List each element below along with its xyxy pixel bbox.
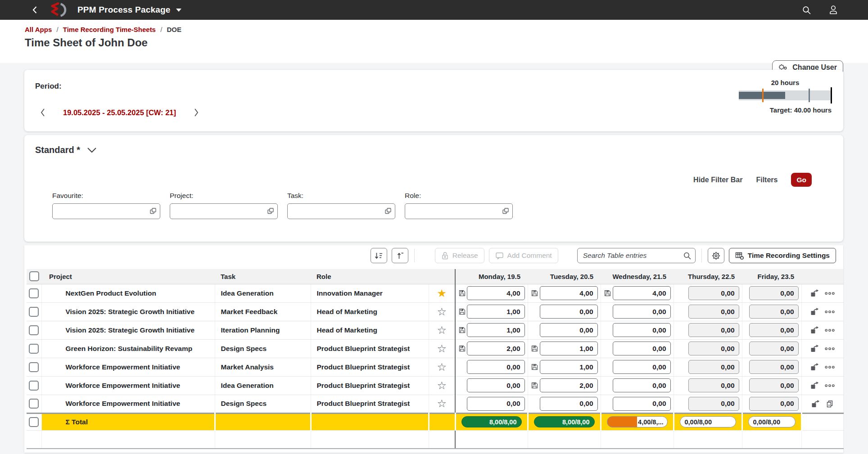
favourite-input[interactable] <box>52 203 160 219</box>
search-icon[interactable] <box>683 252 692 261</box>
save-icon[interactable] <box>531 363 538 371</box>
gear-icon[interactable] <box>708 248 724 263</box>
save-icon[interactable] <box>458 326 466 334</box>
app-title[interactable]: PPM Process Package <box>77 5 171 15</box>
task-input[interactable] <box>287 203 395 219</box>
hide-filter-bar-button[interactable]: Hide Filter Bar <box>693 176 742 184</box>
navigate-icon[interactable] <box>811 400 820 408</box>
navigate-icon[interactable] <box>810 289 819 297</box>
table-row: Vision 2025: Strategic Growth Initiative… <box>27 302 843 321</box>
hours-input[interactable] <box>467 323 525 337</box>
navigate-icon[interactable] <box>810 345 819 352</box>
hours-input[interactable] <box>467 360 525 374</box>
row-checkbox[interactable] <box>29 344 39 354</box>
favorite-star-outline-icon[interactable]: ☆ <box>437 324 447 337</box>
day-cell <box>601 395 674 413</box>
favorite-star-outline-icon[interactable]: ☆ <box>437 379 447 392</box>
hours-input[interactable] <box>540 286 598 300</box>
next-period-icon[interactable] <box>189 106 204 119</box>
hours-input[interactable] <box>540 342 598 355</box>
select-all-checkbox[interactable] <box>29 271 39 281</box>
sort-descending-icon[interactable] <box>371 248 387 263</box>
save-icon[interactable] <box>458 345 466 352</box>
navigate-icon[interactable] <box>810 382 819 389</box>
overflow-menu-icon[interactable] <box>825 365 835 369</box>
save-icon[interactable] <box>458 308 466 315</box>
hours-input[interactable] <box>613 360 671 374</box>
hours-input[interactable] <box>540 397 598 411</box>
time-recording-settings-button[interactable]: Time Recording Settings <box>729 248 836 263</box>
day-cell <box>674 339 742 358</box>
go-button[interactable]: Go <box>791 173 812 187</box>
hours-input[interactable] <box>467 342 525 355</box>
project-input[interactable] <box>170 203 278 219</box>
value-help-icon[interactable] <box>267 207 275 216</box>
variant-name: Standard * <box>35 145 80 155</box>
row-checkbox[interactable] <box>29 362 39 372</box>
favorite-star-outline-icon[interactable]: ☆ <box>437 397 447 410</box>
hours-input[interactable] <box>613 397 671 411</box>
overflow-menu-icon[interactable] <box>825 291 835 296</box>
row-checkbox[interactable] <box>29 417 39 427</box>
row-checkbox[interactable] <box>29 288 39 298</box>
copy-icon[interactable] <box>826 400 834 408</box>
save-icon[interactable] <box>458 289 466 297</box>
save-icon[interactable] <box>531 345 538 352</box>
overflow-menu-icon[interactable] <box>825 346 835 351</box>
hours-input[interactable] <box>467 286 525 300</box>
hours-input[interactable] <box>540 360 598 374</box>
hours-input[interactable] <box>613 323 671 337</box>
row-checkbox[interactable] <box>29 381 39 391</box>
favorite-star-filled-icon[interactable]: ★ <box>437 287 447 300</box>
role-input[interactable] <box>405 203 513 219</box>
row-checkbox[interactable] <box>29 307 39 317</box>
favorite-star-outline-icon[interactable]: ☆ <box>437 306 447 318</box>
user-icon[interactable] <box>827 3 840 17</box>
row-checkbox[interactable] <box>29 325 39 335</box>
back-icon[interactable] <box>29 3 41 17</box>
breadcrumb-section[interactable]: Time Recording Time-Sheets <box>63 26 156 33</box>
filters-button[interactable]: Filters <box>756 176 778 184</box>
period-range[interactable]: 19.05.2025 - 25.05.2025 [CW: 21] <box>63 108 176 117</box>
previous-period-icon[interactable] <box>35 106 50 119</box>
variant-selector[interactable]: Standard * <box>35 145 97 155</box>
save-icon[interactable] <box>604 289 611 297</box>
favorite-cell: ☆ <box>429 376 455 395</box>
value-help-icon[interactable] <box>149 207 157 216</box>
overflow-menu-icon[interactable] <box>825 383 835 388</box>
hours-input[interactable] <box>467 397 525 411</box>
period-navigation: 19.05.2025 - 25.05.2025 [CW: 21] <box>35 106 204 119</box>
value-help-icon[interactable] <box>384 207 392 216</box>
day-cell <box>528 339 601 358</box>
hours-input[interactable] <box>540 323 598 337</box>
save-icon[interactable] <box>531 382 538 389</box>
value-help-icon[interactable] <box>502 207 510 216</box>
day-total-pill: 0,00/8,00 <box>748 416 796 427</box>
overflow-menu-icon[interactable] <box>825 310 835 314</box>
save-icon[interactable] <box>531 289 538 297</box>
hours-input[interactable] <box>613 286 671 300</box>
navigate-icon[interactable] <box>810 308 819 315</box>
app-title-caret-icon[interactable] <box>176 9 181 12</box>
navigate-icon[interactable] <box>810 363 819 371</box>
favorite-star-outline-icon[interactable]: ☆ <box>437 361 447 373</box>
search-icon[interactable] <box>800 3 813 17</box>
favorite-star-outline-icon[interactable]: ☆ <box>437 342 447 355</box>
navigate-icon[interactable] <box>810 326 819 334</box>
release-button[interactable]: Release <box>435 248 484 263</box>
hours-input[interactable] <box>540 378 598 392</box>
hours-input[interactable] <box>613 342 671 355</box>
hours-input[interactable] <box>613 378 671 392</box>
sort-ascending-icon[interactable] <box>392 248 408 263</box>
row-checkbox[interactable] <box>29 399 39 409</box>
project-cell: Workforce Empowerment Initiative <box>41 358 215 376</box>
hours-input[interactable] <box>540 305 598 319</box>
breadcrumb-all-apps[interactable]: All Apps <box>25 26 52 33</box>
overflow-menu-icon[interactable] <box>825 328 835 333</box>
hours-input[interactable] <box>467 305 525 319</box>
table-cog-icon <box>735 252 744 260</box>
table-search-input[interactable] <box>577 248 696 263</box>
add-comment-button[interactable]: Add Comment <box>489 248 558 263</box>
hours-input[interactable] <box>467 378 525 392</box>
hours-input[interactable] <box>613 305 671 319</box>
